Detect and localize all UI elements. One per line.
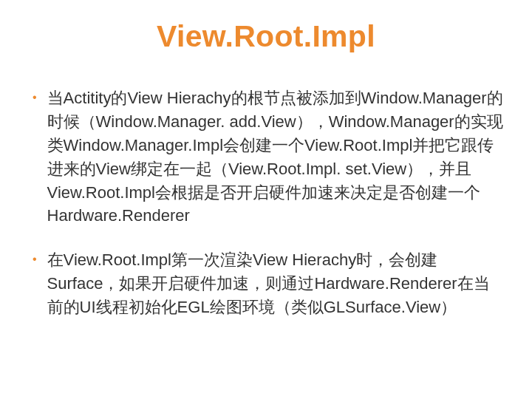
- bullet-text: 当Actitity的View Hierachy的根节点被添加到Window.Ma…: [47, 86, 504, 228]
- bullet-icon: •: [33, 91, 37, 104]
- bullet-icon: •: [33, 253, 37, 266]
- slide-title: View.Root.Impl: [28, 19, 504, 54]
- list-item: • 在View.Root.Impl第一次渲染View Hierachy时，会创建…: [28, 248, 504, 319]
- bullet-list: • 当Actitity的View Hierachy的根节点被添加到Window.…: [28, 86, 504, 319]
- list-item: • 当Actitity的View Hierachy的根节点被添加到Window.…: [28, 86, 504, 228]
- bullet-text: 在View.Root.Impl第一次渲染View Hierachy时，会创建Su…: [47, 248, 504, 319]
- slide-container: View.Root.Impl • 当Actitity的View Hierachy…: [0, 0, 532, 399]
